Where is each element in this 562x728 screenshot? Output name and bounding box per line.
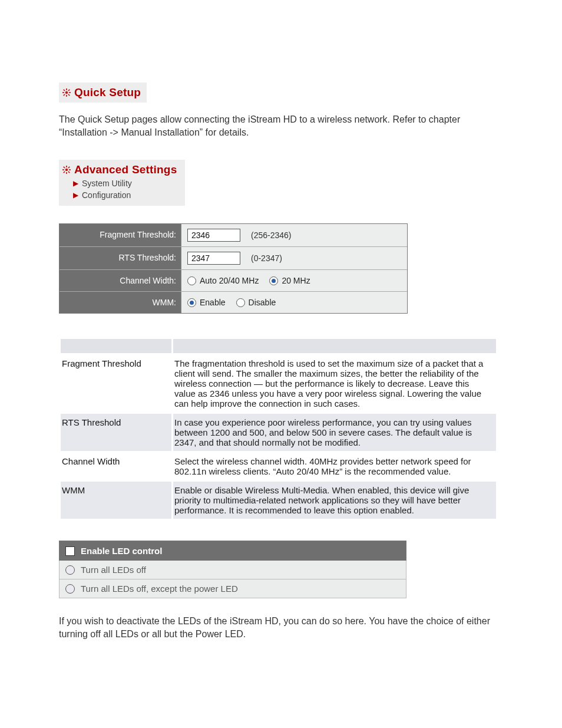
subnav-label: Configuration (82, 190, 131, 200)
descriptions-table: Fragment Threshold The fragmentation thr… (59, 337, 498, 521)
led-option-except-power[interactable]: Turn all LEDs off, except the power LED (59, 579, 406, 598)
desc-key: Channel Width (61, 453, 171, 480)
radio-label: Disable (249, 298, 276, 307)
svg-line-17 (64, 172, 65, 173)
advanced-settings-form: Fragment Threshold: 2346 (256-2346) RTS … (59, 223, 408, 314)
checkbox-icon (65, 546, 75, 556)
label-fragment-threshold: Fragment Threshold: (59, 224, 181, 246)
svg-line-8 (64, 94, 65, 95)
table-row: Fragment Threshold The fragmentation thr… (61, 355, 496, 412)
svg-point-0 (65, 91, 68, 94)
svg-line-15 (68, 172, 70, 173)
row-wmm: WMM: Enable Disable (59, 291, 407, 313)
desc-text: Enable or disable Wireless Multi-Media. … (173, 482, 496, 519)
section-header-quick-setup: Quick Setup (59, 83, 147, 103)
desc-text: Select the wireless channel width. 40MHz… (173, 453, 496, 480)
svg-line-16 (68, 167, 70, 168)
svg-point-9 (65, 169, 68, 172)
gear-icon (62, 88, 71, 97)
radio-icon (269, 276, 278, 285)
arrow-right-icon: ▶ (73, 192, 78, 199)
section-title: Advanced Settings (74, 163, 177, 176)
table-row: RTS Threshold In case you experience poo… (61, 414, 496, 451)
svg-line-6 (68, 94, 70, 95)
radio-label: 20 MHz (282, 276, 310, 285)
led-header-label: Enable LED control (81, 546, 162, 556)
table-row: Channel Width Select the wireless channe… (61, 453, 496, 480)
subnav-label: System Utility (82, 179, 132, 188)
range-hint: (256-2346) (251, 230, 292, 240)
led-option-all-off[interactable]: Turn all LEDs off (59, 561, 406, 579)
radio-label: Enable (200, 298, 226, 307)
range-hint: (0-2347) (251, 253, 282, 263)
input-rts-threshold[interactable]: 2347 (187, 252, 240, 265)
radio-label: Auto 20/40 MHz (200, 276, 259, 285)
page-root: Quick Setup The Quick Setup pages allow … (0, 0, 562, 711)
label-wmm: WMM: (59, 292, 181, 313)
led-paragraph: If you wish to deactivate the LEDs of th… (59, 615, 503, 640)
input-fragment-threshold[interactable]: 2346 (187, 229, 240, 242)
radio-channel-20mhz[interactable]: 20 MHz (269, 276, 310, 285)
svg-line-7 (68, 90, 70, 91)
table-header-row (61, 339, 496, 353)
led-master-toggle[interactable]: Enable LED control (59, 541, 406, 561)
desc-text: In case you experience poor wireless per… (173, 414, 496, 451)
radio-icon (187, 276, 196, 285)
label-channel-width: Channel Width: (59, 270, 181, 291)
row-fragment-threshold: Fragment Threshold: 2346 (256-2346) (59, 224, 407, 246)
desc-key: WMM (61, 482, 171, 519)
section-header-advanced: Advanced Settings ▶ System Utility ▶ Con… (59, 160, 185, 206)
radio-icon (187, 298, 196, 307)
desc-text: The fragmentation threshold is used to s… (173, 355, 496, 412)
subnav-item-configuration[interactable]: ▶ Configuration (62, 190, 177, 200)
subnav-item-system-utility[interactable]: ▶ System Utility (62, 179, 177, 188)
row-rts-threshold: RTS Threshold: 2347 (0-2347) (59, 246, 407, 269)
radio-channel-auto[interactable]: Auto 20/40 MHz (187, 276, 259, 285)
section-title: Quick Setup (74, 86, 141, 99)
radio-wmm-disable[interactable]: Disable (236, 298, 276, 307)
led-option-label: Turn all LEDs off (81, 565, 146, 575)
label-rts-threshold: RTS Threshold: (59, 247, 181, 269)
radio-icon (65, 584, 75, 594)
svg-line-5 (64, 90, 65, 91)
intro-paragraph: The Quick Setup pages allow connecting t… (59, 113, 503, 139)
radio-icon (236, 298, 245, 307)
desc-key: Fragment Threshold (61, 355, 171, 412)
radio-wmm-enable[interactable]: Enable (187, 298, 226, 307)
desc-key: RTS Threshold (61, 414, 171, 451)
led-option-label: Turn all LEDs off, except the power LED (81, 584, 238, 594)
row-channel-width: Channel Width: Auto 20/40 MHz 20 MHz (59, 269, 407, 291)
svg-line-14 (64, 167, 65, 168)
radio-icon (65, 565, 75, 575)
led-control-panel: Enable LED control Turn all LEDs off Tur… (59, 541, 406, 598)
gear-icon (62, 166, 71, 174)
table-row: WMM Enable or disable Wireless Multi-Med… (61, 482, 496, 519)
arrow-right-icon: ▶ (73, 180, 78, 187)
